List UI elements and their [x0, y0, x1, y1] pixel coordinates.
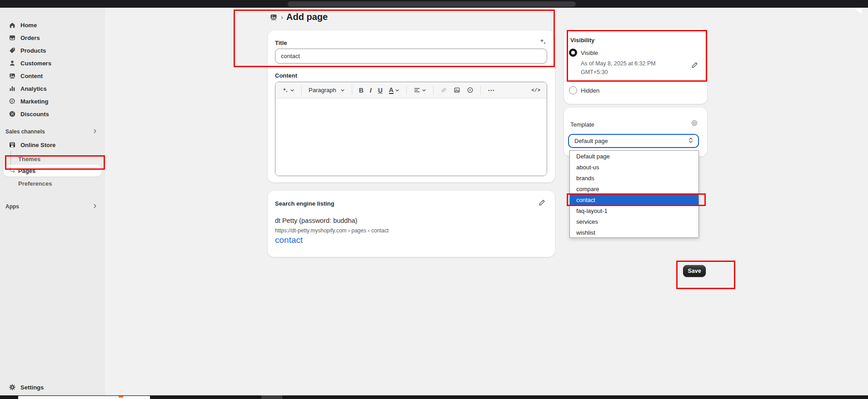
sidebar-item-discounts[interactable]: Discounts: [4, 108, 101, 120]
sidebar-item-online-store[interactable]: Online Store: [4, 138, 101, 151]
sidebar-item-products[interactable]: Products: [4, 44, 101, 57]
sparkle-icon: [282, 87, 289, 94]
template-select[interactable]: Default page: [568, 134, 699, 148]
underline-button[interactable]: U: [376, 85, 384, 95]
sidebar-item-themes[interactable]: Themes: [4, 153, 101, 165]
sidebar-item-label: Preferences: [18, 180, 52, 187]
more-options-button[interactable]: ⋯: [486, 85, 497, 96]
dropdown-option[interactable]: brands: [570, 172, 698, 183]
sidebar-item-marketing[interactable]: Marketing: [4, 95, 101, 108]
dropdown-option[interactable]: Default page: [570, 151, 698, 162]
toolbar-divider: [301, 86, 302, 95]
visible-radio-label: Visible: [581, 49, 598, 56]
link-icon: [440, 87, 447, 94]
bold-button[interactable]: B: [357, 85, 365, 95]
visibility-card: Visibility Visible As of May 8, 2025 at …: [564, 29, 707, 104]
dropdown-option[interactable]: wishlist: [570, 227, 698, 238]
dropdown-option[interactable]: services: [570, 216, 698, 227]
schedule-line-2: GMT+5:30: [581, 68, 676, 77]
hidden-radio[interactable]: [569, 86, 577, 94]
schedule-line-1: As of May 8, 2025 at 6:32 PM: [581, 59, 676, 68]
apps-header[interactable]: Apps: [4, 201, 101, 212]
bottom-bar-window: [18, 396, 150, 399]
dropdown-option[interactable]: compare: [570, 183, 698, 194]
tag-icon: [8, 47, 16, 54]
link-button[interactable]: [439, 85, 449, 95]
text-color-label: A: [389, 87, 394, 94]
gear-icon: [8, 384, 16, 391]
sidebar-item-label: Marketing: [20, 98, 48, 105]
seo-page-link[interactable]: contact: [275, 235, 303, 245]
dropdown-option[interactable]: about-us: [570, 162, 698, 172]
paragraph-label: Paragraph: [309, 87, 336, 94]
sidebar-item-settings[interactable]: Settings: [4, 381, 101, 394]
insert-video-button[interactable]: [465, 85, 475, 95]
toolbar-divider: [480, 86, 481, 95]
target-icon: [8, 98, 16, 105]
sidebar-item-analytics[interactable]: Analytics: [4, 82, 101, 95]
chevron-down-icon: [422, 88, 426, 93]
save-button[interactable]: Save: [683, 265, 706, 277]
template-dropdown-list: Default page about-us brands compare con…: [569, 150, 699, 238]
sidebar-item-label: Pages: [18, 167, 35, 174]
orders-icon: [8, 34, 16, 42]
image-icon: [454, 87, 460, 94]
template-card: Template Default page: [564, 108, 707, 157]
sales-channels-label: Sales channels: [5, 128, 45, 135]
toolbar-divider: [352, 86, 352, 95]
editor-body[interactable]: [275, 99, 547, 176]
sidebar-item-customers[interactable]: Customers: [4, 57, 101, 69]
insert-image-button[interactable]: [452, 85, 462, 95]
apps-label: Apps: [5, 203, 19, 210]
content-icon: [8, 72, 16, 80]
edit-visibility-pencil-icon[interactable]: [691, 61, 698, 70]
editor-toolbar: Paragraph B I U A: [275, 82, 547, 99]
sidebar-item-label: Discounts: [20, 111, 49, 118]
sidebar-item-label: Settings: [20, 384, 44, 391]
sales-channels-header[interactable]: Sales channels: [4, 126, 101, 137]
view-template-icon[interactable]: [691, 119, 698, 128]
seo-url: https://dt-petty.myshopify.com › pages ›…: [275, 227, 389, 234]
page-title: Add page: [286, 12, 328, 22]
paragraph-style-dropdown[interactable]: Paragraph: [307, 85, 347, 95]
sidebar-item-content[interactable]: Content: [4, 69, 101, 82]
toolbar-divider: [433, 86, 434, 95]
sidebar-item-label: Orders: [20, 34, 40, 41]
ai-magic-button[interactable]: [280, 85, 296, 95]
italic-button[interactable]: I: [368, 85, 374, 95]
storefront-icon: [8, 141, 16, 149]
discount-badge-icon: [8, 110, 16, 118]
sidebar-item-label: Online Store: [20, 142, 55, 148]
seo-card: Search engine listing dt Petty (password…: [268, 191, 555, 257]
pages-breadcrumb-icon[interactable]: [269, 13, 278, 21]
sidebar-item-preferences[interactable]: Preferences: [4, 177, 101, 189]
edit-seo-pencil-icon[interactable]: [538, 199, 546, 208]
sidebar-item-label: Home: [20, 22, 37, 29]
bar-chart-icon: [8, 85, 16, 93]
sidebar-item-orders[interactable]: Orders: [4, 31, 101, 44]
browser-url-pill: [288, 1, 576, 7]
show-html-button[interactable]: </>: [529, 86, 542, 94]
visibility-schedule: As of May 8, 2025 at 6:32 PM GMT+5:30: [581, 59, 676, 77]
title-input[interactable]: [275, 49, 547, 64]
bottom-bar-accent: [119, 396, 123, 398]
sidebar-item-label: Themes: [18, 156, 40, 163]
dropdown-option[interactable]: faq-layout-1: [570, 205, 698, 216]
text-color-dropdown[interactable]: A: [387, 85, 401, 95]
dropdown-option-highlighted[interactable]: contact: [570, 194, 698, 205]
sidebar-item-pages[interactable]: Pages: [4, 165, 101, 177]
template-selected-value: Default page: [574, 138, 608, 144]
chevron-right-icon: [92, 203, 98, 210]
hidden-radio-label: Hidden: [581, 87, 599, 94]
alignment-dropdown[interactable]: [412, 85, 428, 95]
shopify-admin-screen: Home Orders Products Customers Content: [0, 0, 868, 399]
rich-text-editor: Paragraph B I U A: [275, 82, 547, 176]
person-icon: [8, 59, 16, 67]
chevron-right-icon: [92, 128, 98, 135]
sidebar-item-label: Customers: [20, 60, 51, 67]
sidebar-item-label: Products: [20, 47, 46, 54]
visible-radio[interactable]: [569, 49, 577, 57]
bottom-bar-segment: [261, 395, 282, 399]
sidebar-item-home[interactable]: Home: [4, 19, 101, 31]
magic-sparkle-icon[interactable]: [539, 38, 547, 47]
